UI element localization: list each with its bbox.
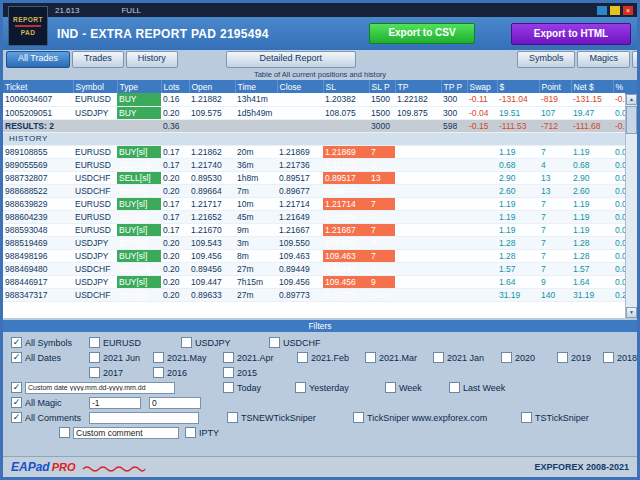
filter-checkbox-2015[interactable]: 2015 (223, 367, 297, 378)
filter-checkbox-tsticksniper[interactable]: TSTickSniper (521, 412, 621, 423)
cell-sl-p: 3000 (369, 119, 395, 132)
cell-type: BUY[sl] (117, 223, 161, 236)
open-position-row[interactable]: 1006034607EURUSDBUY0.161.2188213h41m1.20… (3, 93, 625, 106)
filter-checkbox-2021-jun[interactable]: 2021 Jun (89, 352, 153, 363)
column-header-point[interactable]: Point (539, 80, 571, 93)
column-header-symbol[interactable]: Symbol (73, 80, 117, 93)
custom-comment-input[interactable] (73, 427, 179, 439)
filter-checkbox-all-comments[interactable]: ✓All Comments (11, 412, 89, 423)
filter-checkbox-usdjpy[interactable]: USDJPY (181, 337, 269, 348)
filter-checkbox-all-symbols[interactable]: ✓All Symbols (11, 337, 89, 348)
cell-swap (467, 249, 497, 262)
column-header-lots[interactable]: Lots (161, 80, 189, 93)
cell-sl-p: 7 (369, 197, 395, 210)
column-header-close[interactable]: Close (277, 80, 323, 93)
history-row[interactable]: 989108855EURUSDBUY[sl]0.171.2186220m1.21… (3, 145, 625, 158)
tab-trades[interactable]: Trades (72, 51, 124, 68)
comment-filter-input[interactable] (89, 412, 199, 424)
export-html-button[interactable]: Export to HTML (511, 23, 631, 45)
cell-sl: 109.463 (323, 249, 369, 262)
history-row[interactable]: 988688522USDCHFBUY[sl]0.200.896647m0.896… (3, 184, 625, 197)
scroll-down-button[interactable]: ▼ (626, 307, 637, 318)
filter-checkbox-2019[interactable]: 2019 (557, 352, 603, 363)
filter-checkbox-2021-feb[interactable]: 2021.Feb (297, 352, 365, 363)
magic-input-1[interactable] (89, 397, 141, 409)
cell-time: 7m (235, 184, 277, 197)
history-row[interactable]: 988469480USDCHFSELL[sl]0.200.8945627m0.8… (3, 262, 625, 275)
tab-partial[interactable] (632, 51, 640, 68)
cell-ticket: 988446917 (3, 275, 73, 288)
close-button[interactable]: × (623, 6, 633, 15)
scrollbar-thumb[interactable] (626, 106, 637, 134)
filter-checkbox-tsnewticksniper[interactable]: TSNEWTickSniper (227, 412, 333, 423)
cell-tp (395, 288, 441, 301)
tab-all-trades[interactable]: All Trades (6, 51, 70, 68)
custom-date-checkbox[interactable]: ✓ (11, 382, 25, 393)
export-csv-button[interactable]: Export to CSV (369, 23, 475, 44)
history-row[interactable]: 989055569EURUSDSELL[sl]0.171.2174036m1.2… (3, 158, 625, 171)
filter-checkbox-2016[interactable]: 2016 (153, 367, 223, 378)
filter-checkbox-yesterday[interactable]: Yesterday (295, 382, 385, 393)
custom-comment-checkbox[interactable] (59, 427, 73, 438)
filter-checkbox-ticksniper-www-expforex-com[interactable]: TickSniper www.expforex.com (353, 412, 511, 423)
history-row[interactable]: 988446917USDJPYBUY[sl]0.20109.4477h15m10… (3, 275, 625, 288)
column-header-usd[interactable]: $ (497, 80, 539, 93)
filter-checkbox-2020[interactable]: 2020 (501, 352, 557, 363)
history-row[interactable]: 988639829EURUSDBUY[sl]0.171.2171710m1.21… (3, 197, 625, 210)
magic-input-2[interactable] (149, 397, 201, 409)
filter-checkbox-2021-apr[interactable]: 2021.Apr (223, 352, 297, 363)
filter-checkbox-usdchf[interactable]: USDCHF (269, 337, 369, 348)
history-row[interactable]: 988593048EURUSDBUY[sl]0.171.216709m1.216… (3, 223, 625, 236)
cell-sl-p: 9 (369, 275, 395, 288)
filter-checkbox-2021-jan[interactable]: 2021 Jan (433, 352, 501, 363)
filter-checkbox-all-magic[interactable]: ✓All Magic (11, 397, 89, 408)
filter-checkbox-week[interactable]: Week (385, 382, 449, 393)
column-header-open[interactable]: Open (189, 80, 235, 93)
column-header-type[interactable]: Type (117, 80, 161, 93)
filter-checkbox-2021-mar[interactable]: 2021.Mar (365, 352, 433, 363)
history-row[interactable]: 988347317USDCHFBUY[sl]0.200.8963327m0.89… (3, 288, 625, 301)
checkbox-icon (223, 352, 234, 363)
column-header-tp-p[interactable]: TP P (441, 80, 467, 93)
open-position-row[interactable]: 1005209051USDJPYBUY0.20109.5751d5h49m108… (3, 106, 625, 119)
column-header-net[interactable]: Net $ (571, 80, 613, 93)
column-header-pct[interactable]: % (613, 80, 625, 93)
cell-open: 109.575 (189, 106, 235, 119)
filter-checkbox-today[interactable]: Today (223, 382, 295, 393)
history-row[interactable]: 988498196USDJPYBUY[sl]0.20109.4568m109.4… (3, 249, 625, 262)
filter-checkbox-2018[interactable]: 2018 (603, 352, 637, 363)
minimize-button[interactable] (610, 6, 620, 15)
filter-checkbox-last-week[interactable]: Last Week (449, 382, 539, 393)
custom-date-input[interactable] (25, 382, 175, 394)
cell-close: 1.21649 (277, 210, 323, 223)
results-row[interactable]: RESULTS: 20.363000598-0.15-111.53-712-11… (3, 119, 625, 132)
column-header-sl[interactable]: SL (323, 80, 369, 93)
panel-icon-button[interactable] (597, 6, 607, 15)
cell-lots: 0.17 (161, 223, 189, 236)
cell-close: 109.456 (277, 275, 323, 288)
tab-detailed-report[interactable]: Detailed Report (226, 51, 356, 68)
cell-close: 109.550 (277, 236, 323, 249)
history-row[interactable]: 988604239EURUSDBUY[sl]0.171.2165245m1.21… (3, 210, 625, 223)
table-scrollbar[interactable]: ▲ ▼ (625, 94, 637, 318)
history-row[interactable]: 988519469USDJPYBUY[sl]0.20109.5433m109.5… (3, 236, 625, 249)
tab-history[interactable]: History (126, 51, 178, 68)
checkbox-label: Week (399, 383, 422, 393)
cell-net: 31.19 (571, 288, 613, 301)
tab-symbols[interactable]: Symbols (517, 51, 576, 68)
filter-checkbox-eurusd[interactable]: EURUSD (89, 337, 181, 348)
column-header-ticket[interactable]: Ticket (3, 80, 73, 93)
column-header-sl-p[interactable]: SL P (369, 80, 395, 93)
column-header-time[interactable]: Time (235, 80, 277, 93)
history-row[interactable]: 988732807USDCHFSELL[sl]0.200.895301h8m0.… (3, 171, 625, 184)
scroll-up-button[interactable]: ▲ (626, 94, 637, 105)
checkbox-label: 2021.Feb (311, 353, 349, 363)
column-header-tp[interactable]: TP (395, 80, 441, 93)
cell-sl: 1.21714 (323, 197, 369, 210)
filter-checkbox-all-dates[interactable]: ✓All Dates (11, 352, 89, 363)
filter-checkbox-2021-may[interactable]: 2021.May (153, 352, 223, 363)
column-header-swap[interactable]: Swap (467, 80, 497, 93)
tab-magics[interactable]: Magics (577, 51, 630, 68)
filter-checkbox-2017[interactable]: 2017 (89, 367, 153, 378)
filter-checkbox-ipty[interactable]: IPTY (185, 427, 245, 438)
